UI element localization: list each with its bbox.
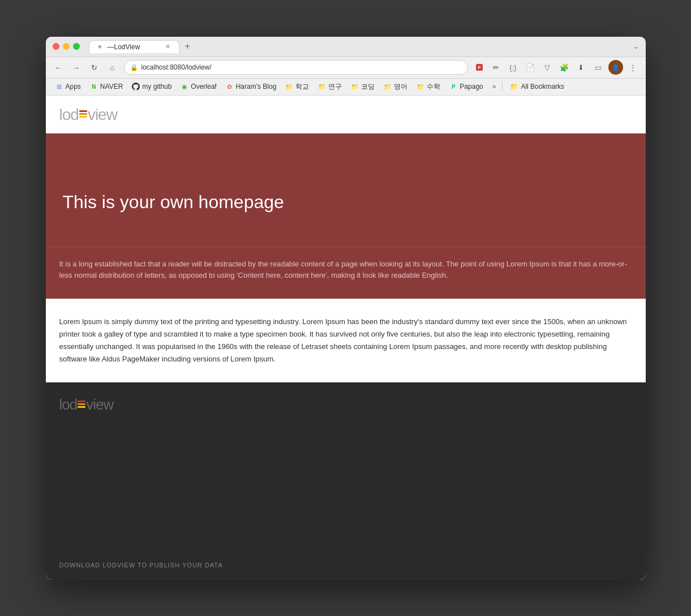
reload-button[interactable]: ↻ — [88, 61, 101, 74]
bookmark-math[interactable]: 📁 수학 — [413, 80, 444, 93]
extension-button-4[interactable]: 📄 — [523, 61, 537, 74]
home-button[interactable]: ⌂ — [106, 61, 119, 74]
bookmark-github-label: my github — [142, 83, 171, 91]
folder-icon: 📁 — [510, 83, 518, 91]
nav-tools: F ✏ {;} 📄 ▽ 🧩 ⬇ ▭ 👤 ⋮ — [473, 60, 640, 75]
code-folder-icon: 📁 — [351, 83, 359, 91]
content-section: Lorem Ipsum is simply dummy text of the … — [46, 299, 646, 382]
hero-section: This is your own homepage — [46, 133, 646, 247]
traffic-lights — [53, 43, 80, 50]
footer-logo: lod view — [59, 396, 632, 413]
tab-dropdown-button[interactable]: ⌄ — [633, 42, 639, 50]
bookmark-math-label: 수학 — [427, 82, 440, 92]
address-bar[interactable]: 🔒 localhost:8080/lodview/ — [124, 60, 468, 75]
papago-icon: P — [449, 83, 457, 91]
logo-view-text: view — [88, 106, 117, 124]
profile-avatar[interactable]: 👤 — [608, 60, 623, 75]
bookmark-harams-blog[interactable]: ✿ Haram's Blog — [222, 81, 281, 92]
url-text: localhost:8080/lodview/ — [141, 63, 212, 71]
english-folder-icon: 📁 — [384, 83, 392, 91]
bookmark-code[interactable]: 📁 코딩 — [347, 80, 379, 93]
content-text: Lorem Ipsum is simply dummy text of the … — [59, 316, 632, 365]
naver-icon: N — [90, 83, 98, 91]
bookmark-overleaf-label: Overleaf — [191, 83, 216, 91]
lodview-header: lod view — [46, 96, 646, 133]
bookmark-school-label: 학교 — [295, 82, 309, 92]
tab-title: —LodView — [108, 43, 140, 51]
page-content: lod view This is your own homepage It is… — [46, 96, 646, 580]
description-section: It is a long established fact that a rea… — [46, 247, 646, 299]
logo-bar-2 — [79, 113, 87, 115]
hero-title: This is your own homepage — [63, 192, 284, 213]
page-footer: lod view DOWNLOAD LODVIEW TO PUBLISH YOU… — [46, 382, 646, 579]
school-folder-icon: 📁 — [285, 83, 293, 91]
browser-window: ≡ —LodView ✕ + ⌄ ← → ↻ ⌂ 🔒 localhost:808… — [46, 37, 646, 580]
footer-logo-view: view — [86, 396, 113, 413]
security-icon: 🔒 — [130, 64, 138, 71]
title-bar: ≡ —LodView ✕ + ⌄ — [46, 37, 646, 57]
tab-favicon: ≡ — [96, 43, 104, 51]
bookmark-apps[interactable]: ⊞ Apps — [51, 81, 85, 92]
bookmark-english[interactable]: 📁 영어 — [380, 80, 411, 93]
bookmark-school[interactable]: 📁 학교 — [281, 80, 313, 93]
bookmark-papago[interactable]: P Papago — [445, 81, 487, 92]
extension-button-1[interactable]: F — [473, 61, 486, 74]
back-button[interactable]: ← — [51, 61, 65, 74]
apps-icon: ⊞ — [55, 83, 63, 91]
bookmark-overleaf[interactable]: ◉ Overleaf — [177, 81, 220, 92]
bookmark-naver[interactable]: N NAVER — [86, 81, 127, 92]
footer-logo-bars — [78, 400, 85, 408]
bookmark-apps-label: Apps — [66, 83, 81, 91]
more-bookmarks-button[interactable]: » — [490, 81, 499, 92]
footer-logo-lod: lod — [59, 396, 78, 413]
bookmark-harams-blog-label: Haram's Blog — [236, 83, 277, 91]
logo-lod-text: lod — [59, 106, 79, 124]
all-bookmarks-label: All Bookmarks — [521, 83, 564, 91]
logo-bar-3 — [79, 116, 87, 118]
harams-blog-icon: ✿ — [226, 83, 234, 91]
bookmarks-separator — [502, 81, 503, 92]
footer-logo-bar-3 — [78, 406, 85, 408]
active-tab[interactable]: ≡ —LodView ✕ — [89, 40, 179, 53]
new-tab-button[interactable]: + — [182, 40, 194, 53]
overleaf-icon: ◉ — [181, 83, 188, 91]
minimize-button[interactable] — [63, 43, 70, 50]
description-text: It is a long established fact that a rea… — [59, 259, 632, 282]
tab-close-button[interactable]: ✕ — [164, 43, 172, 51]
bookmark-naver-label: NAVER — [100, 83, 123, 91]
research-folder-icon: 📁 — [318, 83, 326, 91]
extension-button-5[interactable]: ▽ — [540, 61, 554, 74]
logo-bar-1 — [79, 110, 87, 112]
math-folder-icon: 📁 — [417, 83, 424, 91]
close-button[interactable] — [53, 43, 59, 50]
more-options-button[interactable]: ⋮ — [626, 61, 640, 74]
download-button[interactable]: ⬇ — [574, 61, 588, 74]
all-bookmarks-button[interactable]: 📁 All Bookmarks — [506, 81, 568, 92]
footer-logo-bar-1 — [78, 400, 85, 402]
bookmark-research-label: 연구 — [328, 82, 342, 92]
extension-button-3[interactable]: {;} — [507, 61, 520, 74]
footer-logo-bar-2 — [78, 403, 85, 405]
github-icon — [132, 83, 140, 91]
bookmark-github[interactable]: my github — [128, 81, 175, 92]
svg-text:F: F — [478, 65, 480, 70]
logo-bars — [79, 110, 87, 118]
extensions-button[interactable]: 🧩 — [557, 61, 571, 74]
extension-button-2[interactable]: ✏ — [490, 61, 503, 74]
bookmark-papago-label: Papago — [460, 83, 483, 91]
footer-download-text: DOWNLOAD LODVIEW TO PUBLISH YOUR DATA — [59, 550, 632, 568]
bookmark-research[interactable]: 📁 연구 — [314, 80, 346, 93]
header-logo: lod view — [59, 106, 632, 124]
tab-bar: ≡ —LodView ✕ + ⌄ — [89, 40, 639, 53]
bookmarks-bar: ⊞ Apps N NAVER my github ◉ Overleaf ✿ Ha… — [46, 79, 646, 96]
reader-mode-button[interactable]: ▭ — [591, 61, 605, 74]
bookmark-english-label: 영어 — [394, 82, 407, 92]
download-label: DOWNLOAD LODVIEW TO PUBLISH YOUR DATA — [59, 562, 223, 568]
maximize-button[interactable] — [73, 43, 80, 50]
forward-button[interactable]: → — [70, 61, 83, 74]
bookmark-code-label: 코딩 — [361, 82, 375, 92]
nav-bar: ← → ↻ ⌂ 🔒 localhost:8080/lodview/ F ✏ {;… — [46, 57, 646, 79]
